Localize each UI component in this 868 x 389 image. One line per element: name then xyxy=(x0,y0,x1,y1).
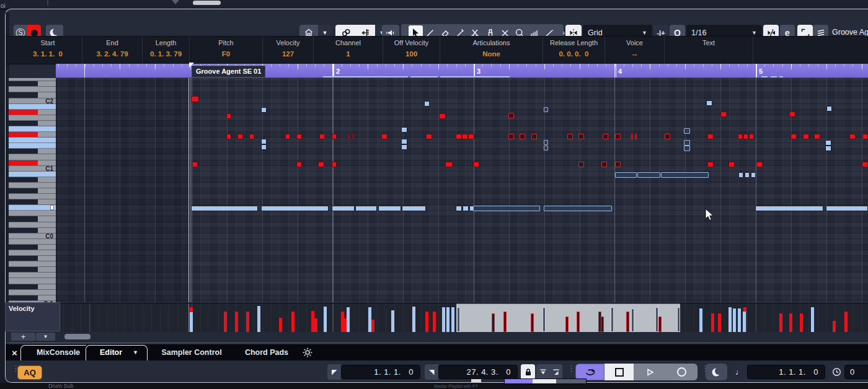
info-field-articulations[interactable]: ArticulationsNone xyxy=(440,37,543,64)
cycle-button[interactable] xyxy=(575,364,604,380)
piano-key-F#-1[interactable] xyxy=(9,267,56,273)
horizontal-scrollbar-thumb[interactable] xyxy=(64,334,91,339)
piano-key-F1[interactable] xyxy=(9,138,56,143)
velocity-bar[interactable] xyxy=(733,308,736,332)
midi-note[interactable] xyxy=(261,144,267,150)
velocity-bar[interactable] xyxy=(446,307,450,332)
piano-key-G#0[interactable] xyxy=(9,188,56,194)
midi-note[interactable] xyxy=(249,134,254,139)
midi-note[interactable] xyxy=(226,134,231,139)
midi-note[interactable] xyxy=(631,134,633,139)
midi-note[interactable] xyxy=(226,113,231,119)
piano-key-G#-1[interactable] xyxy=(9,256,56,261)
velocity-bar[interactable] xyxy=(451,307,454,332)
piano-key-B0[interactable] xyxy=(9,172,56,177)
piano-key-F0[interactable] xyxy=(9,205,56,211)
punch-lock-button[interactable] xyxy=(521,364,535,380)
midi-note[interactable] xyxy=(684,146,690,151)
midi-note[interactable] xyxy=(665,134,670,139)
velocity-bar[interactable] xyxy=(371,320,374,332)
piano-key-G#1[interactable] xyxy=(9,121,56,126)
velocity-bar[interactable] xyxy=(699,308,702,332)
midi-note[interactable] xyxy=(544,107,548,112)
velocity-bar[interactable] xyxy=(531,313,534,332)
controller-lane-label[interactable]: Velocity xyxy=(5,302,60,331)
velocity-bar[interactable] xyxy=(565,317,569,332)
piano-key-G1[interactable] xyxy=(9,126,56,132)
piano-key-E-1[interactable] xyxy=(9,278,56,284)
piano-key-F-1[interactable] xyxy=(9,273,56,278)
timeline-ruler[interactable]: 2345 Groove Agent SE 01 xyxy=(56,64,868,78)
record-button[interactable] xyxy=(665,364,698,380)
goto-right-locator-button[interactable] xyxy=(425,364,438,380)
piano-key-D#0[interactable] xyxy=(9,216,56,222)
midi-note[interactable] xyxy=(849,134,856,139)
velocity-bar[interactable] xyxy=(789,313,792,332)
midi-note[interactable] xyxy=(192,162,198,167)
piano-key-G0[interactable] xyxy=(9,194,56,199)
velocity-bar[interactable] xyxy=(577,312,580,332)
secondary-time-display[interactable]: 0 xyxy=(844,365,868,379)
right-locator-display[interactable]: 27. 4. 3. 0 xyxy=(438,365,518,379)
velocity-bar[interactable] xyxy=(611,307,614,332)
midi-note[interactable] xyxy=(508,113,514,118)
punch-out-button[interactable] xyxy=(549,364,562,380)
velocity-bar[interactable] xyxy=(190,312,193,332)
time-format-button[interactable] xyxy=(829,364,844,380)
piano-key-D#1[interactable] xyxy=(9,149,56,154)
piano-key-F#1[interactable] xyxy=(9,132,56,138)
velocity-bar[interactable] xyxy=(743,312,746,332)
velocity-bar[interactable] xyxy=(442,307,445,332)
midi-note[interactable] xyxy=(728,162,735,167)
midi-note[interactable] xyxy=(601,162,607,167)
midi-note[interactable] xyxy=(635,134,637,139)
velocity-bar[interactable] xyxy=(224,312,227,332)
velocity-bar[interactable] xyxy=(779,313,782,332)
midi-note[interactable] xyxy=(803,134,809,139)
midi-note[interactable] xyxy=(191,206,258,211)
piano-key-E1[interactable] xyxy=(9,143,56,149)
midi-note[interactable] xyxy=(684,128,690,134)
midi-note[interactable] xyxy=(706,100,712,106)
velocity-bar[interactable] xyxy=(324,307,327,332)
piano-key-A#-1[interactable] xyxy=(9,245,56,250)
info-field-release-length[interactable]: Release Length0. 0. 0. 0 xyxy=(543,37,605,64)
midi-note[interactable] xyxy=(544,146,548,151)
midi-note[interactable] xyxy=(462,134,468,139)
tab-sampler-control[interactable]: Sampler Control xyxy=(159,344,224,361)
midi-note[interactable] xyxy=(720,111,727,117)
midi-note[interactable] xyxy=(261,206,329,211)
chevron-down-icon[interactable] xyxy=(172,0,179,4)
playhead-marker[interactable] xyxy=(189,63,194,68)
left-locator-display[interactable]: 1. 1. 1. 0 xyxy=(341,365,420,379)
velocity-bar[interactable] xyxy=(235,312,238,332)
velocity-bar[interactable] xyxy=(391,310,394,332)
midi-note[interactable] xyxy=(424,101,430,107)
info-field-length[interactable]: Length0. 1. 3. 79 xyxy=(143,37,190,64)
midi-note[interactable] xyxy=(237,134,243,139)
midi-note[interactable] xyxy=(684,140,690,146)
punch-in-button[interactable] xyxy=(536,364,549,380)
grip-handle[interactable]: ⋮ xyxy=(12,367,14,377)
piano-key-B-1[interactable] xyxy=(9,239,56,245)
note-display[interactable] xyxy=(56,78,868,302)
info-field-voice[interactable]: Voice-- xyxy=(605,37,665,64)
midi-note[interactable] xyxy=(381,134,388,139)
midi-note[interactable] xyxy=(751,172,756,178)
midi-note[interactable] xyxy=(402,206,426,211)
midi-note[interactable] xyxy=(468,134,474,139)
velocity-bar[interactable] xyxy=(542,307,546,332)
midi-note[interactable] xyxy=(756,162,763,167)
piano-key-E0[interactable] xyxy=(9,211,56,216)
tab-editor-dropdown[interactable]: ▼ xyxy=(133,344,138,361)
velocity-bar[interactable] xyxy=(833,321,836,332)
stop-button[interactable] xyxy=(604,364,634,380)
piano-key-A#0[interactable] xyxy=(9,177,56,183)
info-field-text[interactable]: Text xyxy=(665,37,753,64)
info-field-off-velocity[interactable]: Off Velocity100 xyxy=(383,37,440,64)
velocity-lane[interactable] xyxy=(61,303,868,332)
midi-note[interactable] xyxy=(789,111,795,117)
midi-note[interactable] xyxy=(401,127,407,133)
part-name-label[interactable]: Groove Agent SE 01 xyxy=(192,66,265,77)
piano-key-D#2[interactable] xyxy=(9,81,56,87)
